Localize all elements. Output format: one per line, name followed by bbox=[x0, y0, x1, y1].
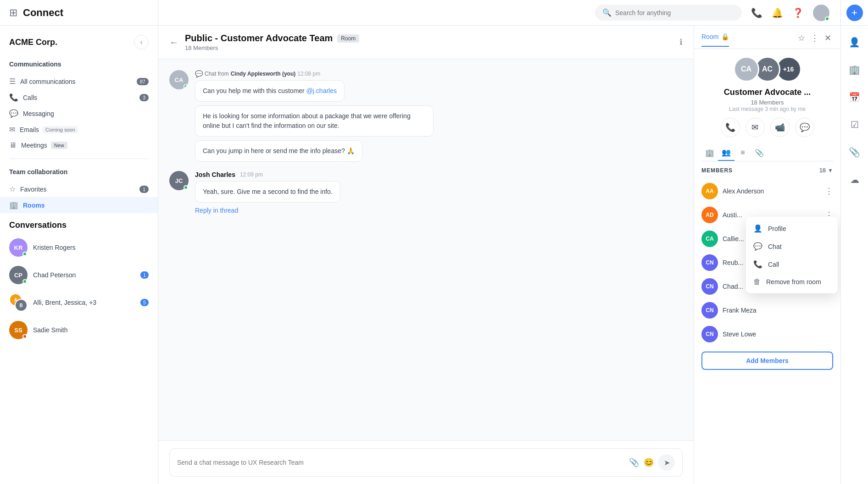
chat-header: ← Public - Customer Advocate Team Room 1… bbox=[158, 26, 694, 59]
rp-video-icon[interactable]: 📹 bbox=[770, 118, 790, 137]
rail-building-icon[interactable]: 🏢 bbox=[846, 60, 864, 79]
msg2-bubble: Yeah, sure. Give me a second to find the… bbox=[195, 181, 340, 203]
meetings-icon: 🖥 bbox=[9, 141, 17, 149]
star-icon[interactable]: ☆ bbox=[796, 31, 807, 45]
context-call[interactable]: 📞 Call bbox=[746, 255, 838, 273]
msg1-meta-text: Chat from bbox=[205, 71, 229, 77]
sub-tab-list[interactable]: ≡ bbox=[734, 144, 751, 161]
bell-icon[interactable]: 🔔 bbox=[772, 7, 783, 18]
chad-peterson-name: Chad Peterson bbox=[33, 271, 135, 279]
sidebar-item-messaging[interactable]: 💬 Messaging bbox=[0, 105, 158, 121]
conversation-item-group[interactable]: A B Alli, Brent, Jessica, +3 5 bbox=[0, 289, 158, 316]
austin-avatar: AD bbox=[701, 207, 718, 223]
emails-label: Emails bbox=[20, 126, 39, 133]
rp-call-icon[interactable]: 📞 bbox=[721, 118, 740, 137]
help-icon[interactable]: ❓ bbox=[792, 7, 804, 18]
phone-icon[interactable]: 📞 bbox=[751, 7, 762, 18]
conversations-section-title: Conversations bbox=[9, 220, 67, 230]
frank-name: Frank Meza bbox=[723, 307, 833, 314]
rail-contact-icon[interactable]: 👤 bbox=[846, 33, 864, 51]
attachment-icon[interactable]: 📎 bbox=[629, 457, 639, 468]
context-remove[interactable]: 🗑 Remove from room bbox=[746, 273, 838, 291]
rp-members-count: 18 Members bbox=[701, 99, 833, 106]
group-badge: 5 bbox=[140, 299, 149, 306]
rp-email-icon[interactable]: ✉ bbox=[746, 118, 765, 137]
rail-cloud-icon[interactable]: ☁ bbox=[846, 170, 864, 189]
member-item-alex[interactable]: AA Alex Anderson ⋮ bbox=[701, 179, 833, 203]
chat-input[interactable] bbox=[177, 459, 624, 466]
search-input[interactable] bbox=[615, 9, 734, 16]
rp-room-title: Customer Advocate ... bbox=[701, 88, 833, 97]
sidebar-item-emails[interactable]: ✉ Emails Coming soon bbox=[0, 121, 158, 138]
sub-tab-info[interactable]: 🏢 bbox=[701, 144, 718, 161]
calls-icon: 📞 bbox=[9, 93, 18, 102]
more-icon[interactable]: ⋮ bbox=[809, 31, 821, 45]
lock-icon: 🔒 bbox=[721, 33, 729, 40]
messaging-label: Messaging bbox=[23, 110, 54, 117]
reply-thread-link[interactable]: Reply in thread bbox=[195, 207, 238, 214]
favorites-badge: 1 bbox=[139, 186, 149, 193]
close-icon[interactable]: ✕ bbox=[823, 31, 833, 45]
add-button[interactable]: + bbox=[846, 5, 863, 21]
meetings-label: Meetings bbox=[21, 142, 47, 149]
sidebar-item-all-communications[interactable]: ☰ All communications 87 bbox=[0, 73, 158, 89]
rp-avatar-1: CA bbox=[734, 56, 759, 82]
sidebar-item-rooms[interactable]: 🏢 Rooms bbox=[0, 197, 158, 213]
rail-tasks-icon[interactable]: ☑ bbox=[846, 116, 864, 134]
all-comm-label: All communications bbox=[20, 78, 76, 85]
chat-title: Public - Customer Advocate Team bbox=[185, 33, 333, 44]
msg1-bubble2: He is looking for some information about… bbox=[195, 105, 434, 137]
msg2-time: 12:09 pm bbox=[240, 171, 263, 178]
rail-paperclip-icon[interactable]: 📎 bbox=[846, 143, 864, 161]
member-item-austin[interactable]: AD Austi... ⋮ 👤 Profile 💬 Chat 📞 Cal bbox=[701, 203, 833, 227]
user-avatar-top[interactable] bbox=[813, 5, 829, 21]
rp-last-message: Last message 3 min ago by me bbox=[701, 106, 833, 112]
group-av2: B bbox=[15, 299, 28, 312]
alex-menu-btn[interactable]: ⋮ bbox=[825, 186, 833, 196]
send-button[interactable]: ➤ bbox=[658, 454, 675, 471]
alex-name: Alex Anderson bbox=[723, 187, 820, 195]
right-panel: Room 🔒 ☆ ⋮ ✕ CA AC +16 Customer Advocate… bbox=[694, 26, 840, 484]
favorites-label: Favorites bbox=[20, 186, 47, 193]
msg1-sender: Cindy Applesworth (you) bbox=[231, 71, 296, 77]
rp-chat-icon[interactable]: 💬 bbox=[795, 118, 814, 137]
callie-avatar: CA bbox=[701, 231, 718, 247]
emoji-icon[interactable]: 😊 bbox=[644, 457, 654, 468]
kristen-avatar: KR bbox=[9, 238, 28, 257]
sidebar-item-favorites[interactable]: ☆ Favorites 1 bbox=[0, 181, 158, 197]
collapse-button[interactable]: ‹ bbox=[134, 35, 149, 50]
favorites-icon: ☆ bbox=[9, 185, 16, 193]
conversation-item-sadie[interactable]: SS Sadie Smith bbox=[0, 316, 158, 344]
sub-tab-attach[interactable]: 📎 bbox=[751, 144, 768, 161]
messaging-icon: 💬 bbox=[9, 109, 18, 118]
member-item-steve[interactable]: CN Steve Lowe bbox=[701, 322, 833, 346]
kristen-name: Kristen Rogers bbox=[33, 244, 149, 251]
room-tab[interactable]: Room 🔒 bbox=[701, 33, 729, 47]
grid-icon[interactable]: ⊞ bbox=[9, 7, 17, 19]
msg1-bubble1: Can you help me with this customer @j.ch… bbox=[195, 80, 345, 102]
member-item-frank[interactable]: CN Frank Meza bbox=[701, 298, 833, 322]
members-count-toggle[interactable]: 18 ▼ bbox=[819, 167, 833, 174]
sidebar-item-calls[interactable]: 📞 Calls 3 bbox=[0, 89, 158, 105]
add-members-button[interactable]: Add Members bbox=[701, 352, 833, 370]
all-comm-badge: 87 bbox=[137, 78, 149, 85]
emails-coming-soon: Coming soon bbox=[43, 126, 78, 133]
frank-avatar: CN bbox=[701, 302, 718, 319]
conversation-item-kristen[interactable]: KR Kristen Rogers bbox=[0, 234, 158, 261]
context-profile[interactable]: 👤 Profile bbox=[746, 220, 838, 237]
info-icon[interactable]: ℹ bbox=[679, 37, 683, 47]
chevron-down-icon: ▼ bbox=[828, 167, 833, 174]
sidebar-item-meetings[interactable]: 🖥 Meetings New bbox=[0, 138, 158, 153]
sadie-avatar: SS bbox=[9, 321, 28, 339]
sub-tab-members[interactable]: 👥 bbox=[718, 144, 734, 161]
back-button[interactable]: ← bbox=[169, 37, 178, 48]
conversation-item-chad[interactable]: CP Chad Peterson 1 bbox=[0, 261, 158, 289]
reub-avatar: CN bbox=[701, 254, 718, 271]
context-chat[interactable]: 💬 Chat bbox=[746, 237, 838, 255]
msg1-time: 12:08 pm bbox=[297, 71, 320, 77]
steve-avatar: CN bbox=[701, 326, 718, 342]
message-group-cindy: CA 💬 Chat from Cindy Applesworth (you) 1… bbox=[169, 70, 683, 162]
rail-calendar-icon[interactable]: 📅 bbox=[846, 88, 864, 106]
chat-area: ← Public - Customer Advocate Team Room 1… bbox=[158, 26, 694, 484]
room-badge: Room bbox=[337, 34, 359, 43]
